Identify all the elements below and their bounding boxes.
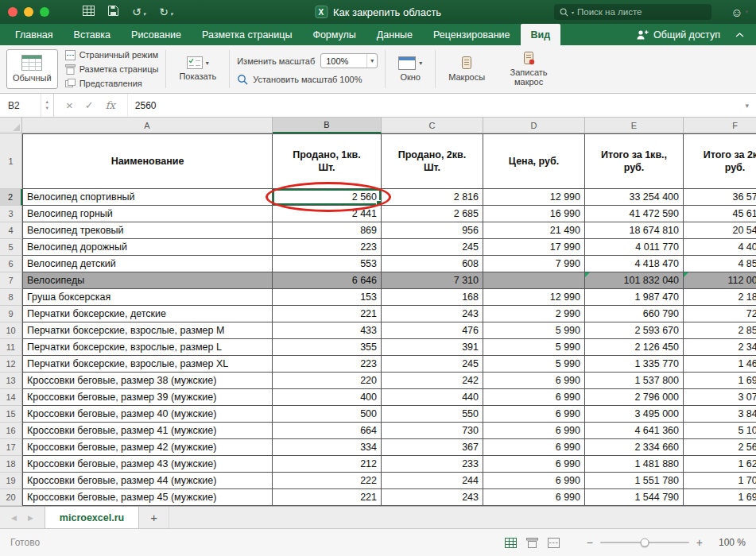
cell-B15[interactable]: 500 [273,406,382,423]
cell-E4[interactable]: 18 674 810 [585,222,684,239]
cell-E20[interactable]: 1 544 790 [585,489,684,506]
row-header-12[interactable]: 12 [0,356,22,373]
cell-F17[interactable]: 2 565 330 [684,439,756,456]
cell-C16[interactable]: 730 [382,423,483,439]
col-header-E[interactable]: E [585,118,684,133]
cell-C19[interactable]: 244 [382,473,483,489]
cell-E6[interactable]: 4 418 470 [585,256,684,272]
cell-E13[interactable]: 1 537 800 [585,373,684,389]
cell-E1[interactable]: Итого за 1кв., руб. [585,133,684,189]
cell-E18[interactable]: 1 481 880 [585,456,684,473]
cell-E17[interactable]: 2 334 660 [585,439,684,456]
cell-F13[interactable]: 1 691 580 [684,373,756,389]
normal-view-shortcut-icon[interactable] [505,538,517,548]
cell-E8[interactable]: 1 987 470 [585,289,684,306]
cell-D12[interactable]: 5 990 [483,356,585,373]
tab-formulas[interactable]: Формулы [302,24,366,45]
insert-function-icon[interactable]: fx [106,99,115,111]
cell-D7[interactable] [483,272,585,289]
add-sheet-button[interactable]: + [139,507,169,528]
row-header-5[interactable]: 5 [0,239,22,256]
cell-C12[interactable]: 245 [382,356,483,373]
cell-D2[interactable]: 12 990 [483,189,585,206]
zoom-slider-knob[interactable] [640,539,649,547]
tab-data[interactable]: Данные [366,24,423,45]
cell-D3[interactable]: 16 990 [483,206,585,222]
col-header-B[interactable]: B [273,118,382,133]
cell-D13[interactable]: 6 990 [483,373,585,389]
row-header-4[interactable]: 4 [0,222,22,239]
sheet-tab-microexcel[interactable]: microexcel.ru [45,507,139,528]
cell-A8[interactable]: Груша боксерская [22,289,273,306]
cell-B5[interactable]: 223 [273,239,382,256]
cell-A14[interactable]: Кроссовки беговые, размер 39 (мужские) [22,389,273,406]
cell-F12[interactable]: 1 467 550 [684,356,756,373]
cell-F1[interactable]: Итого за 2кв. руб. [684,133,756,189]
cell-B11[interactable]: 355 [273,339,382,356]
zoom-100-button[interactable]: Установить масштаб 100% [237,74,378,85]
row-header-2[interactable]: 2 [0,189,22,206]
collapse-ribbon-button[interactable] [728,24,751,45]
cell-D20[interactable]: 6 990 [483,489,585,506]
cell-F6[interactable]: 4 857 920 [684,256,756,272]
zoom-out-button[interactable]: − [587,536,593,549]
col-header-C[interactable]: C [382,118,483,133]
select-all-corner[interactable] [0,118,22,133]
cell-E12[interactable]: 1 335 770 [585,356,684,373]
share-button[interactable]: Общий доступ [628,24,728,45]
cell-D11[interactable]: 5 990 [483,339,585,356]
row-header-18[interactable]: 18 [0,456,22,473]
cell-F11[interactable]: 2 342 090 [684,339,756,356]
cell-A1[interactable]: Наименование [22,133,273,189]
cell-E10[interactable]: 2 593 670 [585,322,684,339]
cell-F3[interactable]: 45 618 150 [684,206,756,222]
cell-D17[interactable]: 6 990 [483,439,585,456]
cell-D1[interactable]: Цена, руб. [483,133,585,189]
cell-A5[interactable]: Велосипед дорожный [22,239,273,256]
record-macro-button[interactable]: Записать макрос [498,49,560,89]
cell-B12[interactable]: 223 [273,356,382,373]
cell-E16[interactable]: 4 641 360 [585,423,684,439]
row-header-13[interactable]: 13 [0,373,22,389]
row-header-6[interactable]: 6 [0,256,22,272]
cell-B7[interactable]: 6 646 [273,272,382,289]
row-header-11[interactable]: 11 [0,339,22,356]
cell-B10[interactable]: 433 [273,322,382,339]
cell-C9[interactable]: 243 [382,306,483,322]
col-header-D[interactable]: D [483,118,585,133]
fullscreen-window-button[interactable] [40,7,49,17]
row-header-1[interactable]: 1 [0,133,22,189]
row-header-16[interactable]: 16 [0,423,22,439]
cell-A17[interactable]: Кроссовки беговые, размер 42 (мужские) [22,439,273,456]
cell-E7[interactable]: 101 832 040 [585,272,684,289]
cell-C10[interactable]: 476 [382,322,483,339]
cell-D14[interactable]: 6 990 [483,389,585,406]
cell-F14[interactable]: 3 075 600 [684,389,756,406]
cell-A7[interactable]: Велосипеды [22,272,273,289]
cell-F9[interactable]: 726 570 [684,306,756,322]
cell-D8[interactable]: 12 990 [483,289,585,306]
cell-B3[interactable]: 2 441 [273,206,382,222]
row-header-20[interactable]: 20 [0,489,22,506]
cell-C1[interactable]: Продано, 2кв. Шт. [382,133,483,189]
cell-B1[interactable]: Продано, 1кв. Шт. [273,133,382,189]
zoom-slider[interactable] [600,542,689,543]
cell-A6[interactable]: Велосипед детский [22,256,273,272]
undo-button[interactable]: ↺▾ [132,6,145,18]
next-sheet-icon[interactable]: ▶ [28,514,33,522]
cell-B2[interactable]: 2 560 [273,189,382,206]
tab-draw[interactable]: Рисование [121,24,192,45]
cell-F20[interactable]: 1 698 570 [684,489,756,506]
zoom-combobox[interactable]: 100% ▾ [320,53,378,68]
normal-view-button[interactable]: Обычный [6,49,58,89]
cell-B8[interactable]: 153 [273,289,382,306]
cell-E11[interactable]: 2 126 450 [585,339,684,356]
cell-B14[interactable]: 400 [273,389,382,406]
row-header-10[interactable]: 10 [0,322,22,339]
cell-C17[interactable]: 367 [382,439,483,456]
cell-E19[interactable]: 1 551 780 [585,473,684,489]
cell-B17[interactable]: 334 [273,439,382,456]
cell-C14[interactable]: 440 [382,389,483,406]
cell-D18[interactable]: 6 990 [483,456,585,473]
show-dropdown-button[interactable]: ▾ Показать [173,49,222,89]
